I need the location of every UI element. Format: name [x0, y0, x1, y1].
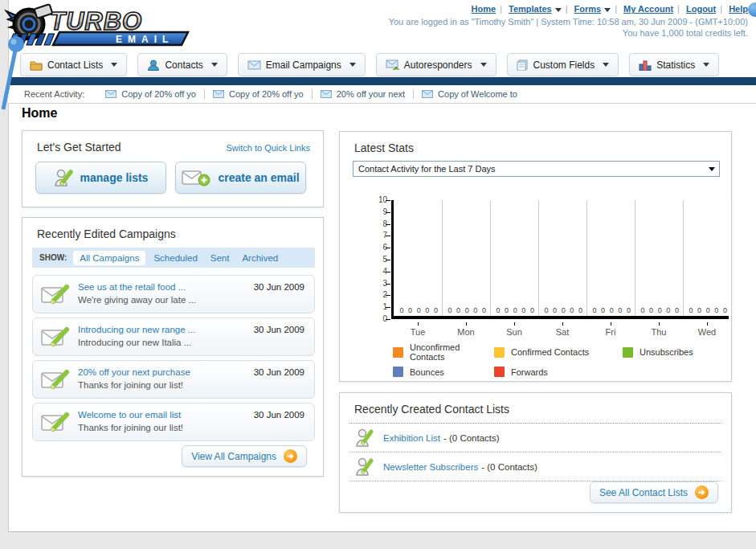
campaign-title-link[interactable]: See us at the retail food ... — [78, 282, 186, 292]
tab-label: Contacts — [165, 59, 202, 71]
person-pencil-icon — [356, 457, 374, 477]
envelope-plus-icon — [182, 169, 210, 186]
person-icon — [147, 59, 160, 71]
legend-swatch-confirmed — [494, 347, 505, 358]
tab-autoresponders[interactable]: Autoresponders — [376, 53, 497, 76]
contact-list-row[interactable]: Exhibition List - (0 Contacts) — [349, 424, 721, 453]
recent-activity-text: 20% off your next — [337, 89, 405, 99]
campaign-date: 30 Jun 2009 — [254, 325, 304, 334]
arrow-right-icon: ➔ — [284, 449, 297, 463]
tab-label: Custom Fields — [533, 59, 595, 71]
campaign-date: 30 Jun 2009 — [254, 410, 304, 420]
create-email-button[interactable]: create an email — [175, 162, 306, 194]
envelope-arrow-icon — [386, 59, 399, 71]
person-pencil-icon — [54, 168, 73, 187]
envelope-pencil-icon — [41, 326, 72, 349]
button-label: create an email — [218, 171, 299, 184]
campaign-row[interactable]: 20% off your next purchase Thanks for jo… — [32, 360, 315, 399]
tab-label: Contact Lists — [47, 59, 103, 71]
tab-label: Email Campaigns — [266, 59, 341, 71]
caret-down-icon — [211, 63, 218, 67]
envelope-pencil-icon — [41, 369, 72, 391]
credits-info: You have 1,000 total credits left. — [623, 28, 748, 38]
campaign-subtitle: Introducing our new Italia ... — [78, 338, 191, 347]
panel-title: Recently Edited Campaigns — [37, 227, 176, 240]
campaign-title-link[interactable]: Welcome to our email list — [78, 410, 181, 420]
navy-divider-bar — [8, 77, 756, 85]
tab-statistics[interactable]: Statistics — [629, 53, 719, 76]
recent-activity-text: Copy of Welcome to — [438, 89, 517, 99]
filter-sent[interactable]: Sent — [210, 253, 230, 263]
envelope-icon — [213, 90, 224, 98]
recent-activity-label: Recent Activity: — [24, 89, 84, 99]
envelope-icon — [321, 90, 332, 98]
contact-list-link[interactable]: Newsletter Subscribers — [383, 462, 478, 472]
legend-swatch-unconfirmed — [393, 347, 403, 358]
selected-option: Contact Activity for the Last 7 Days — [358, 164, 496, 174]
campaign-title-link[interactable]: 20% off your next purchase — [78, 367, 190, 377]
legend-item: Confirmed Contacts — [494, 342, 623, 362]
arrow-right-icon: ➔ — [695, 485, 709, 499]
contact-list-row[interactable]: Newsletter Subscribers - (0 Contacts) — [349, 453, 721, 481]
nav-forms-link[interactable]: Forms — [574, 4, 602, 14]
see-all-contact-lists-button[interactable]: See All Contact Lists ➔ — [590, 481, 718, 503]
campaign-row[interactable]: Welcome to our email list Thanks for joi… — [32, 403, 315, 441]
filter-archived[interactable]: Archived — [242, 253, 278, 263]
caret-down-icon — [603, 63, 609, 67]
nav-home-link[interactable]: Home — [472, 4, 497, 14]
nav-my-account-link[interactable]: My Account — [623, 4, 673, 14]
envelope-icon — [422, 90, 433, 98]
envelope-icon — [247, 60, 261, 70]
campaign-filter-strip: SHOW: All Campaigns Scheduled Sent Archi… — [32, 248, 315, 268]
campaign-row[interactable]: Introducing our new range ... Introducin… — [32, 318, 315, 356]
envelope-pencil-icon — [41, 412, 72, 434]
campaign-subtitle: Thanks for joining our list! — [78, 423, 183, 432]
manage-lists-button[interactable]: manage lists — [35, 162, 166, 194]
nav-logout-link[interactable]: Logout — [686, 4, 716, 14]
recent-activity-item[interactable]: Copy of 20% off yo — [97, 89, 205, 99]
campaign-row[interactable]: See us at the retail food ... We're givi… — [32, 275, 315, 313]
caret-down-icon — [703, 63, 709, 67]
recent-activity-item[interactable]: Copy of 20% off yo — [205, 89, 313, 99]
latest-stats-panel: Latest Stats Contact Activity for the La… — [339, 131, 732, 382]
switch-quick-links-link[interactable]: Switch to Quick Links — [226, 143, 310, 153]
envelope-icon — [105, 90, 116, 98]
application-window: TURBO EMAIL Home| Templates| Forms| My A… — [0, 0, 756, 549]
view-all-campaigns-button[interactable]: View All Campaigns ➔ — [182, 445, 307, 467]
pages-icon — [517, 59, 529, 71]
tab-label: Autoresponders — [404, 59, 472, 71]
login-info: You are logged in as "Timothy Smith" | S… — [389, 17, 748, 27]
tab-contact-lists[interactable]: Contact Lists — [20, 53, 127, 76]
caret-down-icon — [709, 167, 715, 171]
contact-list-count: - (0 Contacts) — [481, 462, 537, 472]
filter-all-campaigns[interactable]: All Campaigns — [73, 251, 145, 265]
contact-list-link[interactable]: Exhibition List — [383, 433, 440, 443]
panel-title: Recently Created Contact Lists — [354, 403, 509, 416]
recent-activity-item[interactable]: 20% off your next — [313, 89, 414, 99]
campaign-subtitle: We're giving away our late ... — [78, 295, 196, 305]
contact-list-count: - (0 Contacts) — [443, 433, 500, 443]
bar-chart-icon — [639, 59, 652, 71]
envelope-pencil-icon — [41, 284, 72, 306]
recently-created-contact-lists-panel: Recently Created Contact Lists Exhibitio… — [339, 392, 732, 513]
recent-activity-item[interactable]: Copy of Welcome to — [414, 89, 525, 99]
recent-activity-text: Copy of 20% off yo — [229, 89, 304, 99]
legend-swatch-forwards — [494, 367, 505, 377]
recent-activity-text: Copy of 20% off yo — [121, 89, 196, 99]
campaign-date: 30 Jun 2009 — [254, 282, 304, 292]
campaign-title-link[interactable]: Introducing our new range ... — [78, 325, 195, 334]
annotation-pin-icon — [0, 34, 32, 113]
svg-text:EMAIL: EMAIL — [116, 34, 174, 45]
get-started-panel: Let's Get Started Switch to Quick Links … — [22, 130, 324, 207]
caret-down-icon — [604, 8, 611, 12]
legend-item: Bounces — [393, 367, 494, 377]
tab-custom-fields[interactable]: Custom Fields — [507, 53, 619, 76]
stats-period-select[interactable]: Contact Activity for the Last 7 Days — [353, 161, 720, 177]
tab-email-campaigns[interactable]: Email Campaigns — [238, 53, 366, 76]
button-label: View All Campaigns — [191, 451, 276, 462]
nav-help-link[interactable]: Help — [729, 4, 748, 14]
nav-templates-link[interactable]: Templates — [509, 4, 552, 14]
tab-contacts[interactable]: Contacts — [137, 53, 227, 76]
filter-scheduled[interactable]: Scheduled — [153, 253, 197, 263]
top-navigation: Home| Templates| Forms| My Account| Logo… — [472, 4, 748, 14]
